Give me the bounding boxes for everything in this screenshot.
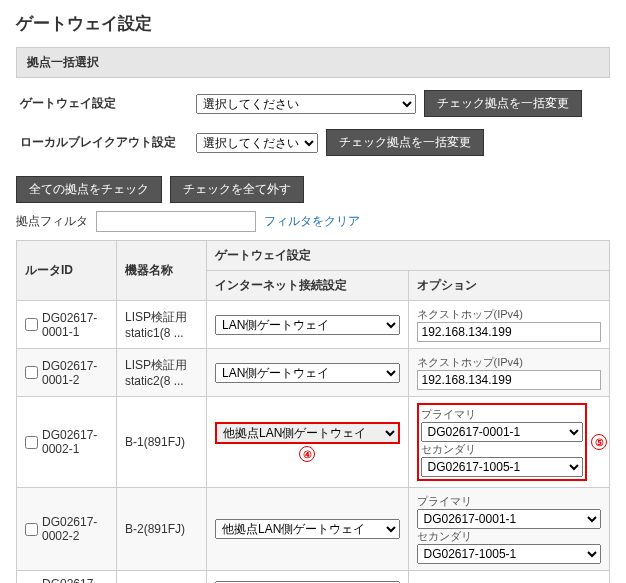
th-connection: インターネット接続設定 [207,271,409,301]
bulk-gateway-row: ゲートウェイ設定 選択してください チェック拠点を一括変更 [16,84,610,123]
connection-select[interactable]: 他拠点LAN側ゲートウェイ [215,519,400,539]
router-id: DG02617-0002-2 [42,515,108,543]
router-id: DG02617-0001-2 [42,359,108,387]
connection-select[interactable]: LAN側ゲートウェイ [215,363,400,383]
th-device-name: 機器名称 [117,241,207,301]
secondary-select[interactable]: DG02617-1005-1 [421,457,584,477]
page-title: ゲートウェイ設定 [16,12,610,35]
bulk-section-header: 拠点一括選択 [16,47,610,78]
connection-select[interactable]: LAN側ゲートウェイ [215,315,400,335]
th-option: オプション [408,271,610,301]
filter-label: 拠点フィルタ [16,213,88,230]
bulk-lbo-row: ローカルブレイクアウト設定 選択してください チェック拠点を一括変更 [16,123,610,162]
uncheck-all-button[interactable]: チェックを全て外す [170,176,304,203]
secondary-select[interactable]: DG02617-1005-1 [417,544,602,564]
nexthop-label: ネクストホップ(IPv4) [417,355,602,370]
table-row: DG02617-0002-1 B-1(891FJ)他拠点LAN側ゲートウェイ④プ… [17,397,610,488]
bulk-gateway-apply-button[interactable]: チェック拠点を一括変更 [424,90,582,117]
device-name: C-1(1941) [117,571,207,584]
secondary-label: セカンダリ [421,442,584,457]
row-checkbox[interactable] [25,436,38,449]
bulk-gateway-select[interactable]: 選択してください [196,94,416,114]
secondary-label: セカンダリ [417,529,602,544]
connection-select[interactable]: 他拠点LAN側ゲートウェイ [215,422,400,444]
th-gateway-group: ゲートウェイ設定 [207,241,610,271]
primary-select[interactable]: DG02617-0001-1 [421,422,584,442]
primary-label: プライマリ [421,407,584,422]
table-row: DG02617-0002-2 B-2(891FJ)他拠点LAN側ゲートウェイプラ… [17,488,610,571]
check-all-button[interactable]: 全ての拠点をチェック [16,176,162,203]
row-checkbox[interactable] [25,366,38,379]
router-id: DG02617-0003-1 [42,577,108,583]
table-row: DG02617-0003-1 C-1(1941)WAN [17,571,610,584]
nexthop-label: ネクストホップ(IPv4) [417,307,602,322]
annotation-4: ④ [299,446,315,462]
primary-label: プライマリ [417,494,602,509]
row-checkbox[interactable] [25,318,38,331]
bulk-lbo-select[interactable]: 選択してください [196,133,318,153]
table-row: DG02617-0001-1 LISP検証用 static1(8 ...LAN側… [17,301,610,349]
annotation-5: ⑤ [591,434,607,450]
nexthop-input[interactable] [417,322,602,342]
row-checkbox[interactable] [25,523,38,536]
device-name: B-1(891FJ) [117,397,207,488]
bulk-lbo-apply-button[interactable]: チェック拠点を一括変更 [326,129,484,156]
gateway-table: ルータID 機器名称 ゲートウェイ設定 インターネット接続設定 オプション DG… [16,240,610,583]
router-id: DG02617-0002-1 [42,428,108,456]
router-id: DG02617-0001-1 [42,311,108,339]
bulk-lbo-label: ローカルブレイクアウト設定 [16,134,196,151]
bulk-gateway-label: ゲートウェイ設定 [16,95,196,112]
nexthop-input[interactable] [417,370,602,390]
th-router-id: ルータID [17,241,117,301]
device-name: LISP検証用 static1(8 ... [117,301,207,349]
filter-clear-link[interactable]: フィルタをクリア [264,213,360,230]
device-name: LISP検証用 static2(8 ... [117,349,207,397]
device-name: B-2(891FJ) [117,488,207,571]
table-row: DG02617-0001-2 LISP検証用 static2(8 ...LAN側… [17,349,610,397]
filter-input[interactable] [96,211,256,232]
primary-select[interactable]: DG02617-0001-1 [417,509,602,529]
